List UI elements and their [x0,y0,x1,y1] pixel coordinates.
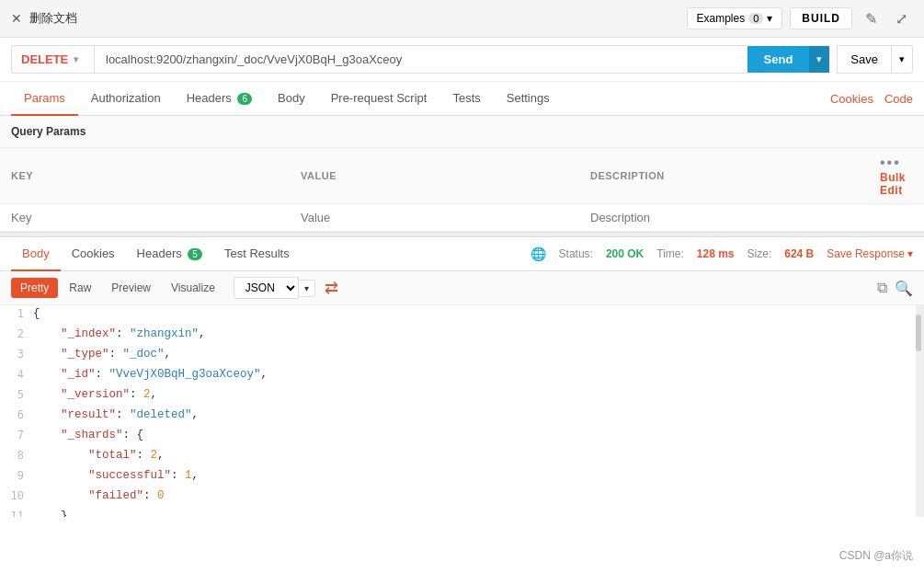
code-line-11: 11 }, [0,508,921,517]
description-column-header: DESCRIPTION [579,148,869,204]
examples-button[interactable]: Examples 0 ▾ [687,7,783,29]
cookies-link[interactable]: Cookies [830,92,873,106]
tab-settings[interactable]: Settings [494,82,563,116]
title-bar: ✕ 删除文档 Examples 0 ▾ BUILD ✎ ⤢ [0,0,924,38]
examples-chevron-icon: ▾ [767,12,772,25]
value-column-header: VALUE [290,148,579,204]
format-chevron-icon: ▾ [299,280,315,297]
visualize-view-button[interactable]: Visualize [162,278,224,298]
code-line-3: 3 "_type": "_doc", [0,346,921,366]
scrollbar-thumb[interactable] [916,315,921,351]
code-line-6: 6 "result": "deleted", [0,407,921,427]
status-value: 200 OK [606,247,644,260]
time-label: Time: [656,247,684,260]
method-label: DELETE [21,52,68,66]
headers-badge: 6 [237,93,252,105]
code-link[interactable]: Code [884,92,913,106]
table-row [0,204,924,232]
pretty-view-button[interactable]: Pretty [11,278,58,298]
resp-tab-headers[interactable]: Headers 5 [126,237,213,271]
request-tabs-bar: Params Authorization Headers 6 Body Pre-… [0,82,924,116]
build-button[interactable]: BUILD [790,7,852,29]
code-line-7: 7 "_shards": { [0,427,921,447]
save-button-group: Save ▾ [837,45,913,74]
key-input[interactable] [11,211,279,224]
code-line-5: 5 "_version": 2, [0,386,921,407]
send-dropdown-button[interactable]: ▾ [809,46,829,73]
column-options-button[interactable]: ••• [880,155,901,171]
edit-icon[interactable]: ✎ [860,8,883,29]
tab-tests[interactable]: Tests [439,82,493,116]
url-input[interactable] [94,45,747,74]
code-toolbar-right: ⧉ 🔍 [877,280,913,297]
save-dropdown-button[interactable]: ▾ [891,45,913,74]
response-tabs-bar: Body Cookies Headers 5 Test Results 🌐 St… [0,237,924,271]
resp-tab-cookies[interactable]: Cookies [61,237,126,271]
actions-column-header: ••• Bulk Edit [869,148,924,204]
description-input[interactable] [590,211,858,224]
save-response-button[interactable]: Save Response ▾ [827,247,913,260]
code-line-2: 2 "_index": "zhangxin", [0,326,921,346]
status-label: Status: [559,247,593,260]
send-button[interactable]: Send [747,46,810,73]
bulk-edit-button[interactable]: Bulk Edit [880,171,906,197]
examples-label: Examples [697,12,746,25]
window-title: 删除文档 [29,10,77,27]
params-table: KEY VALUE DESCRIPTION ••• Bulk Edit [0,148,924,232]
globe-icon: 🌐 [530,246,546,261]
raw-view-button[interactable]: Raw [60,278,100,298]
response-code-body: 1 { 2 "_index": "zhangxin", 3 "_type": "… [0,305,924,517]
method-chevron-icon: ▾ [74,54,78,64]
copy-button[interactable]: ⧉ [877,280,887,297]
save-response-label: Save Response [827,247,905,260]
size-value: 624 B [784,247,814,260]
format-select-wrap: JSON ▾ [234,277,315,299]
tab-authorization[interactable]: Authorization [78,82,174,116]
key-column-header: KEY [0,148,290,204]
delete-icon: ✕ [11,11,22,26]
title-bar-right: Examples 0 ▾ BUILD ✎ ⤢ [687,7,913,29]
value-input[interactable] [301,211,568,224]
save-response-chevron-icon: ▾ [907,247,913,260]
code-line-1: 1 { [0,305,921,326]
tab-right-links: Cookies Code [830,92,913,106]
tab-params[interactable]: Params [11,82,78,116]
code-line-4: 4 "_id": "VveVjX0BqH_g3oaXceoy", [0,366,921,386]
code-line-9: 9 "successful": 1, [0,467,921,487]
send-button-group: Send ▾ [747,46,830,73]
save-button[interactable]: Save [837,45,891,74]
wrap-button[interactable]: ⇄ [325,278,338,298]
resp-tab-test-results[interactable]: Test Results [213,237,301,271]
query-params-title: Query Params [0,116,924,148]
tab-body[interactable]: Body [265,82,318,116]
tab-headers[interactable]: Headers 6 [174,82,265,116]
response-status-bar: 🌐 Status: 200 OK Time: 128 ms Size: 624 … [530,246,913,261]
format-select[interactable]: JSON [234,277,299,299]
url-bar: DELETE ▾ Send ▾ Save ▾ [0,38,924,82]
resp-tab-body[interactable]: Body [11,237,61,271]
resp-headers-badge: 5 [188,248,202,260]
search-button[interactable]: 🔍 [895,280,913,297]
preview-view-button[interactable]: Preview [102,278,160,298]
watermark: CSDN @a你说 [839,548,913,564]
method-select[interactable]: DELETE ▾ [11,45,94,74]
size-label: Size: [747,247,772,260]
tab-prerequest[interactable]: Pre-request Script [318,82,440,116]
examples-badge: 0 [748,13,763,24]
scrollbar-track[interactable] [916,305,921,517]
expand-icon[interactable]: ⤢ [890,8,913,29]
time-value: 128 ms [697,247,735,260]
code-line-10: 10 "failed": 0 [0,487,921,508]
code-line-8: 8 "total": 2, [0,447,921,467]
code-toolbar: Pretty Raw Preview Visualize JSON ▾ ⇄ ⧉ … [0,271,924,305]
